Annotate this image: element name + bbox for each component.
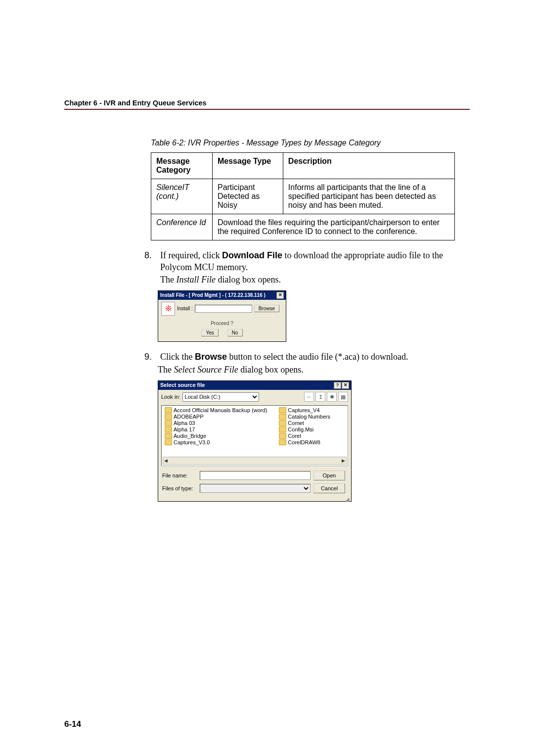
scroll-left-icon[interactable]: ◀: [164, 458, 168, 463]
folder-icon: [279, 407, 286, 413]
back-icon[interactable]: ←: [304, 392, 314, 402]
folder-icon: [165, 439, 172, 445]
file-name-input[interactable]: [200, 471, 311, 480]
th-message-type: Message Type: [212, 153, 283, 179]
look-in-select[interactable]: Local Disk (C:): [182, 392, 259, 402]
folder-icon: [279, 426, 286, 432]
step-9: 9. Click the Browse button to select the…: [138, 351, 470, 363]
yes-button[interactable]: Yes: [201, 329, 218, 336]
header-rule: [64, 109, 470, 110]
new-folder-icon[interactable]: ✱: [327, 392, 337, 402]
dialog-title: Select source file: [160, 382, 205, 389]
install-icon: ❊: [161, 302, 175, 316]
td-category: SilenceIT (cont.): [151, 179, 213, 214]
folder-label: Accord Official Manuals Backup (word): [174, 407, 267, 413]
table-caption: Table 6-2: IVR Properties - Message Type…: [151, 139, 470, 147]
dialog-titlebar: Select source file ? ✕: [158, 381, 351, 390]
list-item[interactable]: ADOBEAPP: [165, 414, 267, 420]
folder-icon: [279, 439, 286, 445]
list-item[interactable]: Captures_V3.0: [165, 439, 267, 445]
step-8: 8. If required, click Download File to d…: [138, 249, 470, 285]
folder-icon: [279, 414, 286, 420]
no-button[interactable]: No: [227, 329, 243, 336]
list-item[interactable]: Audio_Bridge: [165, 433, 267, 439]
step-number: 9.: [138, 351, 152, 363]
folder-label: Audio_Bridge: [174, 433, 206, 439]
file-name-label: File name:: [162, 472, 197, 478]
page-number: 6-14: [64, 719, 81, 729]
folder-icon: [165, 420, 172, 426]
horizontal-scrollbar[interactable]: ◀ ▶: [163, 457, 347, 465]
td-desc: Informs all participants that the line o…: [283, 179, 454, 214]
td-type: Participant Detected as Noisy: [212, 179, 283, 214]
scroll-right-icon[interactable]: ▶: [342, 458, 345, 463]
resize-grip-icon[interactable]: ◢: [158, 497, 351, 501]
dialog-toolbar: Look in: Local Disk (C:) ← ↥ ✱ ▦: [158, 390, 351, 404]
folder-icon: [165, 433, 172, 439]
folder-label: Alpha 03: [174, 420, 195, 426]
folder-label: Alpha 17: [174, 426, 195, 432]
install-file-dialog-wrap: Install File - [ Prod Mgmt ] - ( 172.22.…: [158, 290, 470, 342]
list-item[interactable]: Corel: [279, 433, 330, 439]
up-one-level-icon[interactable]: ↥: [315, 392, 325, 402]
dialog-title: Install File - [ Prod Mgmt ] - ( 172.22.…: [160, 292, 266, 298]
list-item[interactable]: Config.Msi: [279, 426, 330, 432]
table-row: Conference Id Download the files requiri…: [151, 214, 455, 240]
list-item[interactable]: Comet: [279, 420, 330, 426]
step-text: button to select the audio file (*.aca) …: [227, 352, 408, 362]
folder-label: Captures_V4: [288, 407, 319, 413]
browse-button[interactable]: Browse: [254, 305, 279, 312]
list-item[interactable]: Catalog Numbers: [279, 414, 330, 420]
list-item[interactable]: Captures_V4: [279, 407, 330, 413]
folder-label: ADOBEAPP: [174, 414, 204, 420]
list-item[interactable]: Alpha 03: [165, 420, 267, 426]
folder-label: Corel: [288, 433, 301, 439]
files-of-type-label: Files of type:: [162, 485, 197, 491]
file-list-column: Accord Official Manuals Backup (word) AD…: [165, 407, 267, 445]
folder-label: Captures_V3.0: [174, 439, 210, 445]
folder-label: Comet: [288, 420, 304, 426]
folder-label: CorelDRAW8: [288, 439, 320, 445]
table-row: SilenceIT (cont.) Participant Detected a…: [151, 179, 455, 214]
folder-icon: [279, 433, 286, 439]
browse-bold: Browse: [195, 352, 227, 362]
th-message-category: Message Category: [151, 153, 213, 179]
list-item[interactable]: CorelDRAW8: [279, 439, 330, 445]
dialog-titlebar: Install File - [ Prod Mgmt ] - ( 172.22.…: [158, 291, 286, 300]
file-list[interactable]: Accord Official Manuals Backup (word) AD…: [161, 405, 348, 466]
install-label: Install :: [177, 306, 193, 311]
proceed-label: Proceed ?: [161, 321, 283, 326]
folder-icon: [165, 414, 172, 420]
files-of-type-select[interactable]: [200, 484, 311, 493]
help-icon[interactable]: ?: [334, 382, 341, 389]
document-page: Chapter 6 - IVR and Entry Queue Services…: [0, 0, 534, 756]
step-followup: The Install File dialog box opens.: [160, 275, 281, 284]
th-description: Description: [283, 153, 454, 179]
step-text: If required, click: [160, 250, 222, 260]
close-icon[interactable]: ✕: [276, 292, 284, 299]
list-item[interactable]: Alpha 17: [165, 426, 267, 432]
folder-label: Catalog Numbers: [288, 414, 330, 420]
step-text: Click the: [160, 352, 195, 362]
open-button[interactable]: Open: [313, 471, 345, 480]
view-menu-icon[interactable]: ▦: [338, 392, 348, 402]
select-source-file-dialog: Select source file ? ✕ Look in: Local Di…: [158, 380, 352, 502]
file-list-column: Captures_V4 Catalog Numbers Comet Config…: [279, 407, 330, 445]
install-file-dialog: Install File - [ Prod Mgmt ] - ( 172.22.…: [158, 290, 286, 342]
chapter-header: Chapter 6 - IVR and Entry Queue Services: [64, 99, 470, 107]
step-body: Click the Browse button to select the au…: [160, 351, 457, 363]
step-body: If required, click Download File to down…: [160, 249, 457, 285]
folder-label: Config.Msi: [288, 426, 313, 432]
ivr-properties-table: Message Category Message Type Descriptio…: [151, 152, 455, 240]
select-source-dialog-wrap: Select source file ? ✕ Look in: Local Di…: [158, 380, 470, 502]
td-merged-desc: Download the files requiring the partici…: [212, 214, 454, 240]
td-category: Conference Id: [151, 214, 213, 240]
look-in-label: Look in:: [161, 394, 180, 400]
cancel-button[interactable]: Cancel: [313, 483, 345, 493]
step-number: 8.: [138, 249, 152, 261]
list-item[interactable]: Accord Official Manuals Backup (word): [165, 407, 267, 413]
install-input[interactable]: [195, 305, 252, 313]
folder-icon: [279, 420, 286, 426]
close-icon[interactable]: ✕: [342, 382, 349, 389]
download-file-bold: Download File: [222, 250, 282, 260]
